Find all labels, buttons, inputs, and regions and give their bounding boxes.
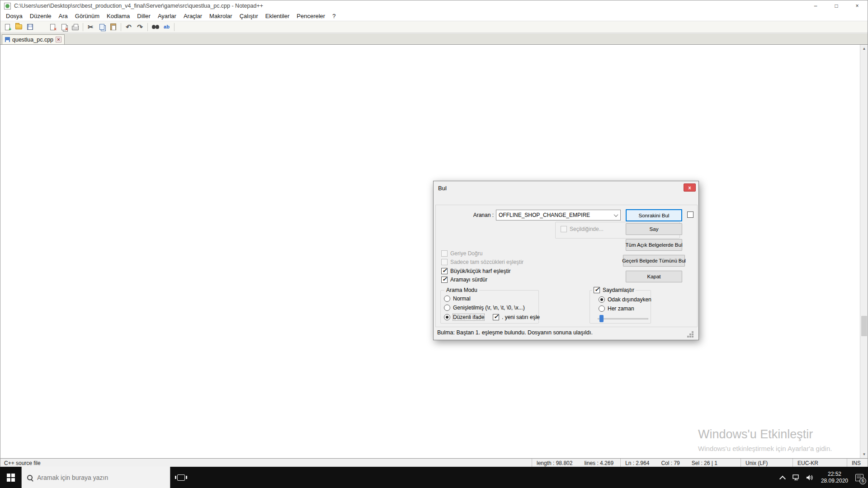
- menu-item-kodlama[interactable]: Kodlama: [103, 12, 133, 20]
- close-file-icon[interactable]: ×: [47, 22, 58, 32]
- find-next-button[interactable]: Sonrakini Bul: [626, 209, 682, 221]
- tray-chevron-up-icon[interactable]: [779, 475, 786, 482]
- tray-date: 28.09.2020: [821, 478, 848, 484]
- replace-icon[interactable]: ab: [161, 22, 172, 32]
- cut-icon[interactable]: ✂: [85, 22, 96, 32]
- redo-icon[interactable]: ↷: [135, 22, 145, 32]
- minimize-button[interactable]: –: [805, 0, 826, 11]
- search-label: Aranan :: [454, 212, 494, 218]
- find-status-message: Bulma: Baştan 1. eşleşme bulundu. Dosyan…: [437, 329, 593, 336]
- undo-icon[interactable]: ↶: [123, 22, 134, 32]
- transparency-checkbox[interactable]: Saydamlaştır: [592, 287, 636, 293]
- status-length: length : 98.802 lines : 4.269: [532, 459, 620, 467]
- search-term-value: OFFLINE_SHOP_CHANGE_EMPIRE: [496, 212, 611, 218]
- window-title: C:\Users\user\Desktop\src\best_productio…: [14, 3, 263, 9]
- vertical-scrollbar[interactable]: ▲ ▼: [860, 45, 868, 458]
- tab-close-icon[interactable]: ×: [56, 37, 61, 42]
- copy-icon[interactable]: [97, 22, 107, 32]
- scrollbar-thumb[interactable]: [861, 316, 867, 336]
- window-controls: –□×: [805, 0, 868, 11]
- wrap-around-checkbox[interactable]: Aramayı sürdür: [441, 277, 487, 283]
- close-button[interactable]: ×: [847, 0, 868, 11]
- menu-item-eklentiler[interactable]: Eklentiler: [262, 12, 293, 20]
- tab-questlua-pc-cpp[interactable]: questlua_pc.cpp ×: [2, 34, 65, 44]
- close-all-icon[interactable]: ×: [59, 22, 69, 32]
- count-button[interactable]: Say: [626, 223, 682, 235]
- transparency-on-focus-loss-radio[interactable]: Odak dışındayken: [599, 296, 651, 303]
- find-dialog-title: Bul: [438, 185, 447, 192]
- menu-item-item[interactable]: ?: [329, 12, 339, 20]
- notification-badge: 5: [859, 478, 866, 484]
- menu-item-pencereler[interactable]: Pencereler: [293, 12, 329, 20]
- network-icon[interactable]: [790, 474, 802, 481]
- code-editor[interactable]: [0, 45, 861, 458]
- search-mode-extended-radio[interactable]: Genişletilmiş (\r, \n, \t, \0, \x...): [444, 305, 525, 311]
- saved-state-icon: [5, 37, 10, 42]
- find-icon[interactable]: [150, 22, 160, 32]
- menu-item-dosya[interactable]: Dosya: [2, 12, 26, 20]
- menu-item-ayarlar[interactable]: Ayarlar: [154, 12, 180, 20]
- scroll-down-icon[interactable]: ▼: [860, 450, 868, 458]
- resize-grip[interactable]: [692, 331, 693, 333]
- find-dialog: Bul x Aranan : OFFLINE_SHOP_CHANGE_EMPIR…: [433, 181, 699, 340]
- search-input[interactable]: [36, 474, 158, 482]
- system-tray: 22:52 28.09.2020 5: [777, 467, 868, 488]
- notification-center-button[interactable]: 5: [854, 472, 865, 483]
- combobox-dropdown-icon[interactable]: [611, 210, 620, 220]
- task-view-button[interactable]: [170, 467, 192, 488]
- tab-bar: questlua_pc.cpp ×: [0, 33, 868, 45]
- search-mode-normal-radio[interactable]: Normal: [444, 296, 471, 302]
- status-encoding[interactable]: EUC-KR: [793, 459, 847, 467]
- task-view-icon: [177, 474, 185, 481]
- menu-item-ara-lar[interactable]: Araçlar: [180, 12, 206, 20]
- search-icon: [27, 475, 33, 480]
- taskbar-clock[interactable]: 22:52 28.09.2020: [821, 471, 848, 484]
- scroll-up-icon[interactable]: ▲: [860, 45, 868, 52]
- tray-time: 22:52: [821, 471, 848, 478]
- search-mode-regex-radio[interactable]: Düzenli ifade: [444, 314, 484, 320]
- menu-item-diller[interactable]: Diller: [133, 12, 154, 20]
- new-file-icon[interactable]: +: [2, 22, 13, 32]
- dialog-close-icon[interactable]: x: [684, 183, 696, 192]
- dot-matches-newline-checkbox[interactable]: . yeni satırı eşle: [493, 314, 540, 320]
- start-button[interactable]: [0, 467, 21, 488]
- toolbar-separator: [121, 23, 121, 31]
- transparency-slider[interactable]: [598, 314, 648, 323]
- taskbar: 22:52 28.09.2020 5: [0, 467, 868, 488]
- menu-item-al-t-r[interactable]: Çalıştır: [236, 12, 262, 20]
- close-button[interactable]: Kapat: [626, 271, 682, 282]
- save-all-icon[interactable]: [36, 22, 47, 32]
- tab-label: questlua_pc.cpp: [12, 37, 53, 43]
- search-term-combobox[interactable]: OFFLINE_SHOP_CHANGE_EMPIRE: [496, 210, 621, 221]
- status-position: Ln : 2.964 Col : 79 Sel : 26 | 1: [620, 459, 741, 467]
- title-bar: C:\Users\user\Desktop\src\best_productio…: [0, 0, 868, 11]
- taskbar-search[interactable]: [21, 467, 170, 488]
- status-eol[interactable]: Unix (LF): [741, 459, 793, 467]
- menu-item-d-zenle[interactable]: Düzenle: [26, 12, 55, 20]
- notepadpp-app-icon: [4, 3, 11, 9]
- transparency-always-radio[interactable]: Her zaman: [599, 305, 634, 312]
- volume-icon[interactable]: [804, 474, 816, 481]
- toolbar-separator: [147, 23, 148, 31]
- match-case-checkbox[interactable]: Büyük/küçük harf eşleştir: [441, 268, 510, 274]
- print-icon[interactable]: [70, 22, 80, 32]
- screen: C:\Users\user\Desktop\src\best_productio…: [0, 0, 868, 488]
- open-file-icon[interactable]: [14, 22, 24, 32]
- menu-item-ara[interactable]: Ara: [55, 12, 71, 20]
- save-file-icon[interactable]: [25, 22, 35, 32]
- paste-icon[interactable]: [108, 22, 118, 32]
- find-all-open-docs-button[interactable]: Tüm Açık Belgelerde Bul: [626, 239, 682, 251]
- status-bar: C++ source file length : 98.802 lines : …: [0, 458, 868, 467]
- windows-logo-icon: [7, 474, 15, 482]
- backward-checkbox: Geriye Doğru: [441, 250, 482, 257]
- menu-item-g-r-n-m[interactable]: Görünüm: [71, 12, 103, 20]
- maximize-button[interactable]: □: [826, 0, 847, 11]
- find-dialog-titlebar: Bul x: [434, 181, 698, 195]
- split-find-checkbox[interactable]: [687, 211, 693, 218]
- find-all-current-doc-button[interactable]: Geçerli Belgede Tümünü Bul: [623, 255, 685, 267]
- whole-word-checkbox: Sadece tam sözcükleri eşleştir: [441, 259, 524, 265]
- menu-item-makrolar[interactable]: Makrolar: [206, 12, 236, 20]
- toolbar: +××✂↶↷ab: [0, 21, 868, 33]
- toolbar-separator: [83, 23, 83, 31]
- status-insert-mode[interactable]: INS: [847, 459, 868, 467]
